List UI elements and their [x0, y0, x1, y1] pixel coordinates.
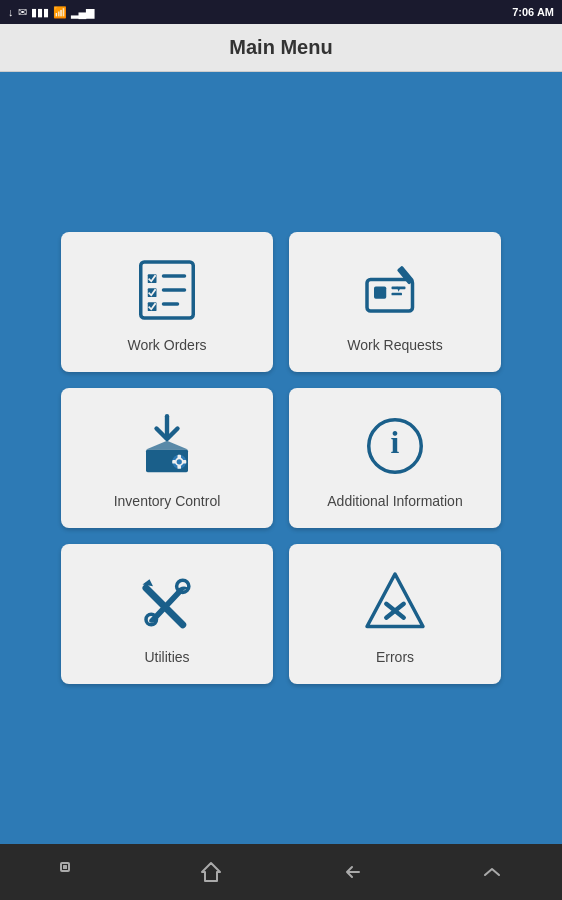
additional-information-label: Additional Information: [327, 493, 462, 509]
wifi-icon: 📶: [53, 6, 67, 19]
svg-rect-4: [162, 288, 187, 292]
svg-text:i: i: [391, 425, 400, 460]
svg-rect-32: [63, 865, 67, 869]
title-bar: Main Menu: [0, 24, 562, 72]
nav-recents-button[interactable]: [40, 852, 100, 892]
work-orders-label: Work Orders: [127, 337, 206, 353]
svg-rect-21: [183, 460, 187, 464]
signal-bars: ▂▄▆: [71, 6, 95, 19]
additional-information-icon: i: [360, 411, 430, 481]
errors-label: Errors: [376, 649, 414, 665]
work-requests-label: Work Requests: [347, 337, 442, 353]
utilities-icon: [132, 567, 202, 637]
svg-rect-11: [397, 266, 415, 285]
svg-rect-8: [374, 287, 386, 299]
work-orders-tile[interactable]: Work Orders: [61, 232, 273, 372]
errors-tile[interactable]: Errors: [289, 544, 501, 684]
nav-back-button[interactable]: [321, 852, 381, 892]
status-left-icons: ↓ ✉ ▮▮▮ 📶 ▂▄▆: [8, 6, 94, 19]
svg-marker-14: [146, 441, 188, 450]
svg-rect-20: [172, 460, 176, 464]
svg-rect-18: [178, 455, 182, 459]
inventory-control-label: Inventory Control: [114, 493, 221, 509]
svg-rect-10: [392, 293, 403, 296]
svg-marker-33: [202, 863, 220, 881]
svg-rect-19: [178, 465, 182, 469]
inventory-control-tile[interactable]: Inventory Control: [61, 388, 273, 528]
svg-rect-6: [162, 302, 180, 306]
errors-icon: [360, 567, 430, 637]
svg-marker-28: [367, 574, 423, 627]
svg-rect-7: [367, 280, 413, 312]
utilities-tile[interactable]: Utilities: [61, 544, 273, 684]
utilities-label: Utilities: [144, 649, 189, 665]
work-requests-tile[interactable]: Work Requests: [289, 232, 501, 372]
main-content: Work Orders Work Requests: [0, 72, 562, 844]
nav-bar: [0, 844, 562, 900]
work-orders-icon: [132, 255, 202, 325]
menu-grid: Work Orders Work Requests: [61, 232, 501, 684]
nav-home-button[interactable]: [181, 852, 241, 892]
status-right: 7:06 AM: [512, 6, 554, 18]
status-bar: ↓ ✉ ▮▮▮ 📶 ▂▄▆ 7:06 AM: [0, 0, 562, 24]
inventory-control-icon: [132, 411, 202, 481]
nav-up-button[interactable]: [462, 852, 522, 892]
battery-icon: ▮▮▮: [31, 6, 49, 19]
mail-icon: ✉: [18, 6, 27, 19]
svg-rect-2: [162, 274, 187, 278]
page-title: Main Menu: [229, 36, 332, 59]
signal-icon: ↓: [8, 6, 14, 18]
work-requests-icon: [360, 255, 430, 325]
additional-information-tile[interactable]: i Additional Information: [289, 388, 501, 528]
time-display: 7:06 AM: [512, 6, 554, 18]
